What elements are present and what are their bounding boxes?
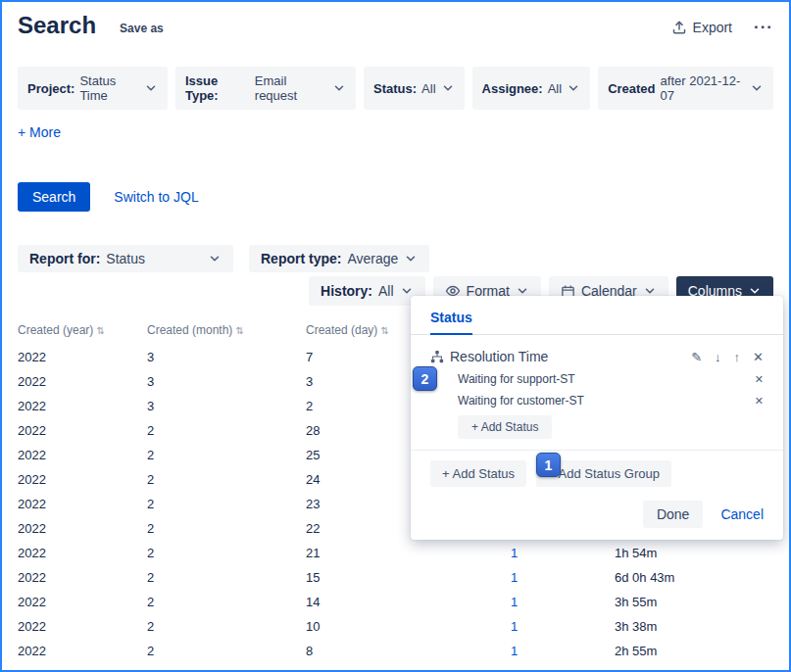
cell-created-month: 2 (147, 472, 306, 487)
history-label: History: (321, 283, 372, 299)
status-item-label: Waiting for support-ST (458, 372, 575, 386)
chevron-down-icon (441, 81, 455, 95)
move-up-icon[interactable]: ↑ (734, 350, 741, 364)
cell-created-year: 2022 (18, 668, 147, 672)
remove-group-icon[interactable]: ✕ (753, 350, 764, 364)
cell-created-year: 2022 (18, 570, 147, 585)
column-header-created-year[interactable]: Created (year) ⇅ (18, 323, 147, 337)
filter-value: All (548, 81, 562, 96)
column-header-label: Created (day) (306, 323, 377, 337)
more-filters-link[interactable]: + More (18, 124, 61, 140)
page-title: Search (18, 12, 96, 39)
cell-issue-count-link[interactable]: 1 (458, 644, 570, 658)
cell-created-day: 15 (306, 570, 458, 585)
cell-created-month: 2 (147, 595, 306, 609)
filter-bar: Project: Status Time Issue Type: Email r… (18, 67, 773, 110)
cell-created-year: 2022 (18, 448, 147, 462)
cell-average-duration: 6d 0h 43m (570, 570, 674, 585)
cell-created-year: 2022 (18, 521, 147, 536)
chevron-down-icon (332, 81, 346, 95)
cell-created-year: 2022 (18, 399, 147, 413)
edit-group-icon[interactable]: ✎ (691, 350, 702, 364)
export-button[interactable]: Export (671, 20, 732, 35)
cell-issue-count-link[interactable]: 1 (458, 570, 570, 585)
cell-created-year: 2022 (18, 644, 147, 658)
filter-chip-assignee[interactable]: Assignee: All (472, 67, 591, 110)
sort-icon: ⇅ (235, 325, 243, 336)
cell-created-year: 2022 (18, 472, 147, 487)
remove-status-icon[interactable]: ✕ (755, 373, 764, 386)
cell-created-year: 2022 (18, 595, 147, 609)
filter-chip-issue-type[interactable]: Issue Type: Email request (175, 67, 356, 110)
chevron-down-icon (404, 252, 418, 265)
filter-value: after 2021-12-07 (661, 73, 745, 103)
sort-icon: ⇅ (380, 325, 388, 336)
cell-created-day: 10 (306, 619, 458, 634)
status-group-actions: ✎ ↓ ↑ ✕ (691, 350, 764, 364)
cell-created-month: 2 (147, 570, 306, 585)
cell-created-month: 2 (147, 448, 306, 462)
cell-created-day: 8 (306, 644, 458, 658)
cell-average-duration: 2h 55m (570, 644, 657, 658)
cell-created-month: 2 (147, 546, 306, 560)
cell-average-duration: 3h 55m (570, 595, 657, 609)
popup-divider (411, 450, 783, 451)
column-header-label: Created (month) (147, 323, 232, 337)
search-page: Search Save as Export ··· Project: Statu… (0, 0, 791, 672)
save-as-button[interactable]: Save as (120, 22, 164, 35)
filter-value: Email request (255, 73, 327, 103)
report-type-label: Report type: (261, 251, 341, 266)
report-for-label: Report for: (29, 251, 100, 266)
filter-chip-project[interactable]: Project: Status Time (18, 67, 168, 110)
done-button[interactable]: Done (643, 501, 703, 528)
report-type-select[interactable]: Report type: Average (249, 245, 429, 272)
cell-created-month: 2 (147, 423, 306, 438)
cell-created-year: 2022 (18, 546, 147, 560)
search-button[interactable]: Search (18, 182, 90, 212)
chevron-down-icon (144, 81, 158, 95)
report-for-value: Status (106, 251, 145, 266)
filter-value: Status Time (79, 73, 139, 103)
switch-to-jql-link[interactable]: Switch to JQL (114, 189, 198, 205)
status-group-icon (430, 350, 444, 363)
tab-status[interactable]: Status (430, 310, 472, 335)
annotation-badge-2: 2 (413, 366, 437, 391)
column-header-created-month[interactable]: Created (month) ⇅ (147, 323, 306, 337)
cell-created-day: 4 (306, 668, 458, 672)
cell-created-month: 2 (147, 668, 306, 672)
status-group-items: Waiting for support-ST ✕ Waiting for cus… (458, 368, 764, 411)
move-down-icon[interactable]: ↓ (715, 350, 721, 364)
cell-created-month: 2 (147, 521, 306, 536)
history-select[interactable]: History: All (309, 276, 424, 306)
table-row: 2022 2 4 1 6d 11h 48m (18, 663, 773, 672)
column-header-label: Created (year) (18, 323, 93, 337)
add-status-to-group-button[interactable]: + Add Status (458, 415, 552, 439)
cell-created-month: 2 (147, 497, 306, 511)
table-row: 2022 2 10 1 3h 38m (18, 614, 773, 639)
cell-average-duration: 6d 11h 48m (570, 668, 681, 672)
add-status-button[interactable]: + Add Status (430, 460, 526, 487)
cell-issue-count-link[interactable]: 1 (458, 668, 570, 672)
search-actions: Search Switch to JQL (18, 182, 773, 212)
filter-chip-created[interactable]: Created after 2021-12-07 (598, 67, 773, 110)
cell-issue-count-link[interactable]: 1 (458, 595, 570, 609)
sort-icon: ⇅ (96, 325, 104, 336)
export-label: Export (693, 20, 732, 35)
cell-issue-count-link[interactable]: 1 (458, 619, 570, 634)
status-group-row: Resolution Time ✎ ↓ ↑ ✕ (430, 349, 764, 364)
filter-chip-status[interactable]: Status: All (364, 67, 465, 110)
cell-created-month: 2 (147, 619, 306, 634)
page-header: Search Save as Export ··· (2, 2, 789, 39)
cancel-link[interactable]: Cancel (720, 506, 764, 522)
report-for-select[interactable]: Report for: Status (18, 245, 233, 272)
remove-status-icon[interactable]: ✕ (755, 395, 764, 408)
cell-created-year: 2022 (18, 374, 147, 389)
ellipsis-icon: ··· (754, 18, 773, 36)
cell-created-year: 2022 (18, 423, 147, 438)
status-item: Waiting for customer-ST ✕ (458, 390, 764, 411)
more-options-button[interactable]: ··· (754, 23, 773, 32)
table-row: 2022 2 14 1 3h 55m (18, 590, 773, 614)
chevron-down-icon (567, 81, 580, 95)
cell-issue-count-link[interactable]: 1 (458, 546, 570, 560)
annotation-badge-1: 1 (536, 453, 561, 477)
